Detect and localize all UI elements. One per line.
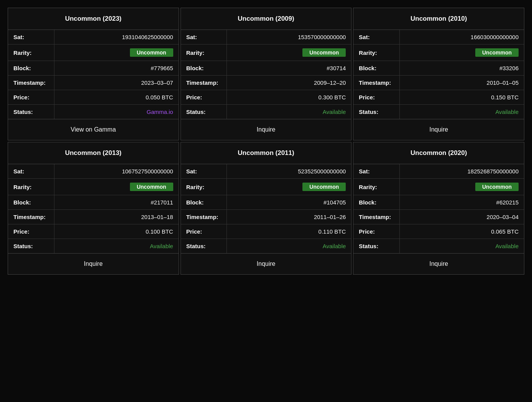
price-label: Price: bbox=[181, 90, 227, 105]
rarity-value: Uncommon bbox=[227, 179, 351, 195]
status-label: Status: bbox=[8, 239, 54, 254]
table-row-price: Price: 0.050 BTC bbox=[8, 90, 179, 105]
status-value: Available bbox=[227, 239, 351, 254]
action-button[interactable]: Inquire bbox=[8, 253, 179, 274]
table-row-status: Status: Available bbox=[181, 239, 351, 254]
table-row-status: Status: Gamma.io bbox=[8, 105, 179, 119]
card-title: Uncommon (2020) bbox=[353, 142, 524, 164]
price-label: Price: bbox=[8, 224, 54, 239]
table-row-timestamp: Timestamp: 2023–03–07 bbox=[8, 76, 179, 90]
action-button[interactable]: Inquire bbox=[181, 253, 351, 274]
rarity-value: Uncommon bbox=[227, 44, 351, 61]
rarity-badge: Uncommon bbox=[130, 183, 173, 191]
table-row-timestamp: Timestamp: 2009–12–20 bbox=[181, 76, 351, 90]
table-row-price: Price: 0.100 BTC bbox=[8, 224, 179, 239]
block-value: #30714 bbox=[227, 61, 351, 76]
card-title: Uncommon (2023) bbox=[8, 8, 179, 30]
card-table: Sat: 1067527500000000 Rarity: Uncommon B… bbox=[8, 164, 179, 253]
rarity-label: Rarity: bbox=[181, 179, 227, 195]
timestamp-label: Timestamp: bbox=[353, 210, 399, 224]
card-table: Sat: 1825268750000000 Rarity: Uncommon B… bbox=[353, 164, 524, 253]
timestamp-label: Timestamp: bbox=[181, 210, 227, 224]
card-2: Uncommon (2010) Sat: 166030000000000 Rar… bbox=[353, 8, 524, 140]
block-label: Block: bbox=[181, 195, 227, 210]
table-row-block: Block: #620215 bbox=[353, 195, 524, 210]
sat-value: 1931040625000000 bbox=[54, 30, 179, 44]
sat-value: 1825268750000000 bbox=[399, 164, 524, 179]
card-0: Uncommon (2023) Sat: 1931040625000000 Ra… bbox=[8, 8, 179, 140]
sat-value: 1067527500000000 bbox=[54, 164, 179, 179]
table-row-rarity: Rarity: Uncommon bbox=[8, 179, 179, 195]
table-row-timestamp: Timestamp: 2013–01–18 bbox=[8, 210, 179, 224]
timestamp-label: Timestamp: bbox=[181, 76, 227, 90]
table-row-price: Price: 0.300 BTC bbox=[181, 90, 351, 105]
table-row-rarity: Rarity: Uncommon bbox=[8, 44, 179, 61]
table-row-block: Block: #33206 bbox=[353, 61, 524, 76]
rarity-label: Rarity: bbox=[8, 44, 54, 61]
rarity-label: Rarity: bbox=[181, 44, 227, 61]
card-1: Uncommon (2009) Sat: 153570000000000 Rar… bbox=[181, 8, 352, 140]
table-row-price: Price: 0.150 BTC bbox=[353, 90, 524, 105]
table-row-timestamp: Timestamp: 2010–01–05 bbox=[353, 76, 524, 90]
action-button[interactable]: Inquire bbox=[181, 119, 351, 140]
timestamp-label: Timestamp: bbox=[8, 210, 54, 224]
table-row-timestamp: Timestamp: 2020–03–04 bbox=[353, 210, 524, 224]
card-3: Uncommon (2013) Sat: 1067527500000000 Ra… bbox=[8, 142, 179, 275]
sat-label: Sat: bbox=[181, 30, 227, 44]
table-row-block: Block: #30714 bbox=[181, 61, 351, 76]
price-value: 0.065 BTC bbox=[399, 224, 524, 239]
card-title: Uncommon (2011) bbox=[181, 142, 351, 164]
block-label: Block: bbox=[353, 61, 399, 76]
table-row-status: Status: Available bbox=[353, 239, 524, 254]
table-row-timestamp: Timestamp: 2011–01–26 bbox=[181, 210, 351, 224]
card-table: Sat: 153570000000000 Rarity: Uncommon Bl… bbox=[181, 30, 351, 119]
timestamp-value: 2011–01–26 bbox=[227, 210, 351, 224]
table-row-sat: Sat: 1067527500000000 bbox=[8, 164, 179, 179]
status-value: Available bbox=[54, 239, 179, 254]
block-value: #620215 bbox=[399, 195, 524, 210]
timestamp-value: 2023–03–07 bbox=[54, 76, 179, 90]
table-row-status: Status: Available bbox=[353, 105, 524, 119]
timestamp-value: 2020–03–04 bbox=[399, 210, 524, 224]
status-value: Available bbox=[227, 105, 351, 119]
action-button[interactable]: Inquire bbox=[353, 253, 524, 274]
price-label: Price: bbox=[353, 90, 399, 105]
sat-label: Sat: bbox=[8, 30, 54, 44]
timestamp-label: Timestamp: bbox=[353, 76, 399, 90]
rarity-badge: Uncommon bbox=[475, 183, 519, 191]
sat-label: Sat: bbox=[353, 164, 399, 179]
status-label: Status: bbox=[353, 105, 399, 119]
table-row-sat: Sat: 1825268750000000 bbox=[353, 164, 524, 179]
price-value: 0.100 BTC bbox=[54, 224, 179, 239]
rarity-badge: Uncommon bbox=[130, 48, 173, 57]
table-row-sat: Sat: 153570000000000 bbox=[181, 30, 351, 44]
status-value: Available bbox=[399, 239, 524, 254]
card-title: Uncommon (2009) bbox=[181, 8, 351, 30]
rarity-badge: Uncommon bbox=[475, 48, 519, 57]
action-button[interactable]: Inquire bbox=[353, 119, 524, 140]
price-label: Price: bbox=[353, 224, 399, 239]
rarity-value: Uncommon bbox=[54, 179, 179, 195]
status-label: Status: bbox=[353, 239, 399, 254]
action-button[interactable]: View on Gamma bbox=[8, 119, 179, 140]
table-row-block: Block: #104705 bbox=[181, 195, 351, 210]
status-label: Status: bbox=[181, 105, 227, 119]
table-row-status: Status: Available bbox=[181, 105, 351, 119]
rarity-badge: Uncommon bbox=[302, 48, 346, 57]
block-value: #33206 bbox=[399, 61, 524, 76]
price-label: Price: bbox=[181, 224, 227, 239]
table-row-price: Price: 0.110 BTC bbox=[181, 224, 351, 239]
block-value: #217011 bbox=[54, 195, 179, 210]
rarity-badge: Uncommon bbox=[302, 183, 346, 191]
rarity-label: Rarity: bbox=[353, 44, 399, 61]
card-5: Uncommon (2020) Sat: 1825268750000000 Ra… bbox=[353, 142, 524, 275]
table-row-block: Block: #217011 bbox=[8, 195, 179, 210]
block-value: #104705 bbox=[227, 195, 351, 210]
rarity-value: Uncommon bbox=[399, 44, 524, 61]
sat-label: Sat: bbox=[181, 164, 227, 179]
timestamp-value: 2010–01–05 bbox=[399, 76, 524, 90]
price-label: Price: bbox=[8, 90, 54, 105]
table-row-rarity: Rarity: Uncommon bbox=[181, 44, 351, 61]
price-value: 0.300 BTC bbox=[227, 90, 351, 105]
rarity-label: Rarity: bbox=[8, 179, 54, 195]
